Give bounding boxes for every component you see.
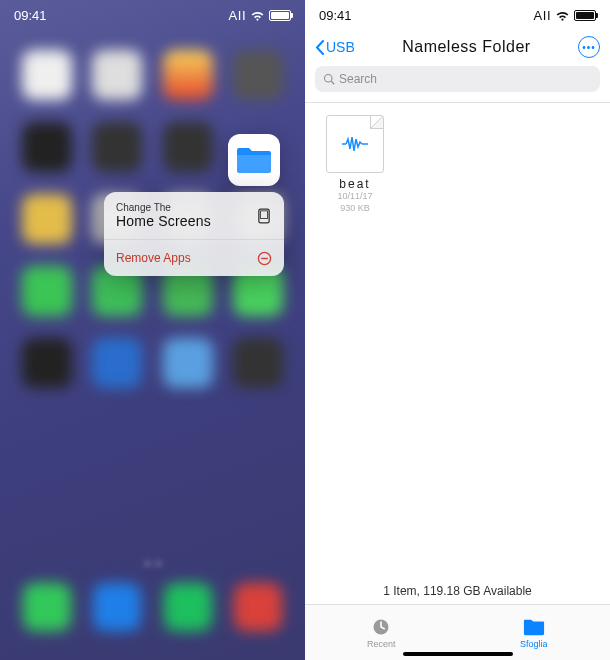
svg-line-5 [331, 81, 334, 84]
clock-icon [370, 617, 392, 637]
file-item[interactable]: beat 10/11/17 930 KB [319, 115, 391, 214]
phone-rect-icon [256, 208, 272, 224]
svg-rect-1 [261, 210, 268, 218]
more-button[interactable]: ••• [578, 36, 600, 58]
page-indicator [0, 561, 305, 566]
home-screen-panel: 09:41 AII Change The Home S [0, 0, 305, 660]
status-right: AII [534, 8, 596, 23]
nav-bar: USB Nameless Folder ••• [305, 30, 610, 66]
svg-point-4 [325, 75, 333, 83]
wifi-icon [555, 10, 570, 21]
back-label: USB [326, 39, 355, 55]
clock: 09:41 [319, 8, 352, 23]
menu-item-edit-home[interactable]: Change The Home Screens [104, 192, 284, 240]
file-grid: beat 10/11/17 930 KB [305, 103, 610, 578]
folder-icon [523, 617, 545, 637]
back-button[interactable]: USB [315, 39, 355, 55]
context-menu: Change The Home Screens Remove Apps [104, 192, 284, 276]
carrier-label: AII [534, 8, 551, 23]
menu-remove-label: Remove Apps [116, 251, 191, 265]
file-size: 930 KB [319, 203, 391, 215]
ellipsis-icon: ••• [582, 42, 596, 53]
status-bar-right: 09:41 AII [305, 0, 610, 30]
files-browser-panel: 09:41 AII USB Nameless Folder ••• Search… [305, 0, 610, 660]
files-app-icon[interactable] [228, 134, 280, 186]
search-input[interactable]: Search [315, 66, 600, 92]
search-icon [323, 73, 335, 85]
page-title: Nameless Folder [402, 38, 530, 56]
menu-line1: Change The [116, 202, 211, 213]
minus-circle-icon [256, 250, 272, 266]
file-name: beat [319, 177, 391, 191]
battery-icon [574, 10, 596, 21]
search-placeholder: Search [339, 72, 377, 86]
storage-status: 1 Item, 119.18 GB Available [305, 578, 610, 604]
tab-label: Recent [367, 639, 396, 649]
dock [12, 576, 293, 638]
folder-icon [236, 145, 272, 175]
audio-file-icon [326, 115, 384, 173]
file-date: 10/11/17 [319, 191, 391, 203]
tab-label: Sfoglia [520, 639, 548, 649]
menu-line2: Home Screens [116, 213, 211, 229]
home-indicator[interactable] [403, 652, 513, 656]
menu-item-remove-app[interactable]: Remove Apps [104, 240, 284, 276]
chevron-left-icon [315, 40, 324, 55]
